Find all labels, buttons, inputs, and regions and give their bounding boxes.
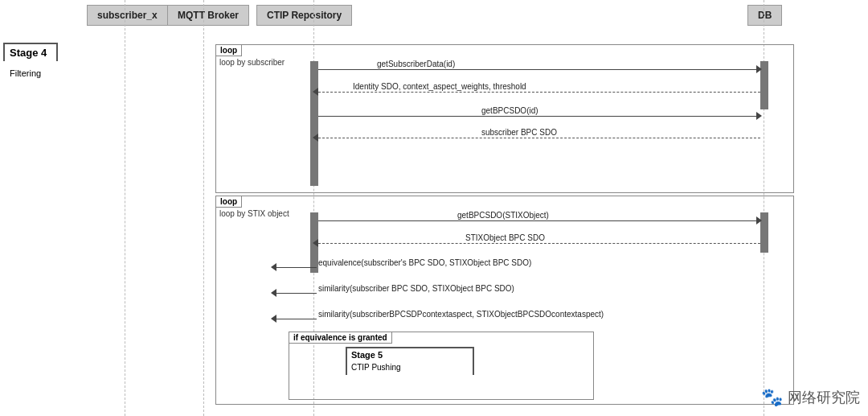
msg2-label: Identity SDO, context_aspect_weights, th… [353, 82, 526, 91]
msg4-label: subscriber BPC SDO [481, 128, 557, 137]
actors-row: subscriber_x MQTT Broker CTIP Repository… [0, 0, 868, 35]
stage-4-title: Stage 4 [10, 47, 51, 59]
watermark-text: 网络研究院 [788, 388, 860, 407]
inner-stage-5-subtitle: CTIP Pushing [347, 361, 473, 375]
msg4-arrowhead [313, 134, 318, 142]
msg9-line [276, 319, 317, 319]
msg1-line [318, 69, 760, 70]
activation-bar-ctip-loop1 [310, 61, 318, 186]
msg4-line [318, 138, 760, 138]
msg3-label: getBPCSDO(id) [481, 106, 538, 115]
actor-db: DB [747, 5, 782, 26]
msg7-label: equivalence(subscriber's BPC SDO, STIXOb… [318, 258, 531, 267]
loop2-tag: loop [215, 196, 242, 208]
loop2-frame: loop loop by STIX object getBPCSDO(STIXO… [215, 196, 794, 405]
actor-ctip-repo: CTIP Repository [256, 5, 352, 26]
msg8-arrowhead [271, 289, 276, 297]
msg5-line [318, 220, 760, 221]
loop2-label: loop by STIX object [219, 209, 289, 218]
msg6-line [318, 243, 760, 244]
msg5-arrowhead [756, 216, 762, 224]
msg9-label: similarity(subscriberBPCSDPcontextaspect… [318, 310, 604, 319]
loop1-tag: loop [215, 44, 242, 56]
msg2-arrowhead [313, 88, 318, 96]
watermark-icon: 🐾 [761, 387, 783, 408]
msg8-line [276, 293, 317, 294]
stage-4-subtitle: Filtering [10, 68, 41, 78]
actor-subscriber-x: subscriber_x [87, 5, 168, 26]
loop1-label: loop by subscriber [219, 58, 285, 67]
msg9-arrowhead [271, 315, 276, 323]
msg3-arrowhead [756, 112, 762, 120]
loop1-frame: loop loop by subscriber getSubscriberDat… [215, 44, 794, 193]
msg3-line [318, 116, 760, 117]
inner-stage-5-title: Stage 5 [347, 348, 473, 361]
msg5-label: getBPCSDO(STIXObject) [457, 211, 549, 220]
stage-4-box: Stage 4 [3, 43, 58, 61]
msg6-label: STIXObject BPC SDO [465, 233, 545, 242]
msg7-line [276, 267, 317, 268]
msg8-label: similarity(subscriber BPC SDO, STIXObjec… [318, 284, 514, 293]
msg1-label: getSubscriberData(id) [377, 60, 455, 68]
if-frame: if equivalence is granted Stage 5 CTIP P… [289, 332, 594, 400]
actor-mqtt-broker: MQTT Broker [167, 5, 249, 26]
diagram: Stage 4 Filtering loop loop by subscribe… [0, 35, 868, 416]
msg7-arrowhead [271, 263, 276, 271]
msg2-line [318, 92, 760, 93]
watermark: 🐾 网络研究院 [761, 387, 860, 408]
inner-stage-5: Stage 5 CTIP Pushing [346, 347, 474, 375]
msg1-arrowhead [756, 65, 762, 73]
if-tag: if equivalence is granted [289, 332, 392, 344]
msg6-arrowhead [313, 239, 318, 247]
